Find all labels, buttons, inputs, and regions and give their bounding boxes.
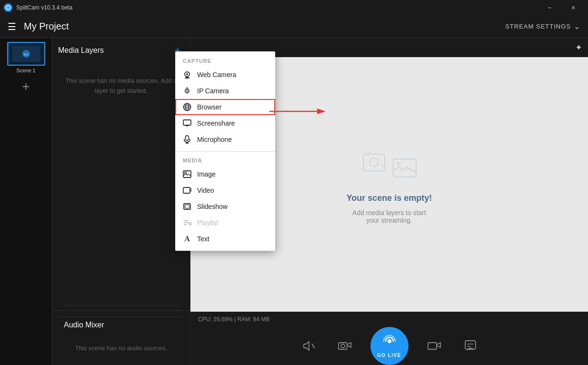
go-live-icon: [383, 335, 396, 351]
minimize-button[interactable]: −: [538, 0, 560, 15]
scene-label: Scene 1: [16, 68, 35, 73]
video-icon: [183, 186, 191, 195]
microphone-icon: [183, 135, 191, 144]
svg-rect-40: [183, 171, 191, 178]
camera-button[interactable]: [334, 335, 355, 356]
dropdown-playlist: Playlist: [175, 215, 275, 231]
svg-point-15: [341, 344, 345, 348]
dropdown-section-media: MEDIA Image Video: [175, 154, 275, 251]
media-layers-scroll: This scene has no media sources. Add a l…: [52, 57, 190, 305]
dropdown-slideshow[interactable]: Slideshow: [175, 198, 275, 215]
svg-rect-14: [339, 343, 347, 349]
close-button[interactable]: ×: [562, 0, 584, 15]
project-title: My Project: [24, 21, 505, 32]
svg-rect-37: [186, 136, 189, 140]
audio-mixer-title: Audio Mixer: [58, 316, 184, 333]
image-icon: [183, 170, 191, 178]
dropdown-video[interactable]: Video: [175, 182, 275, 198]
text-icon: A: [183, 235, 191, 243]
add-scene-button[interactable]: +: [17, 77, 36, 96]
svg-rect-34: [183, 120, 191, 125]
web-camera-label: Web Camera: [197, 71, 236, 79]
audio-mute-button[interactable]: [298, 335, 319, 356]
scene-thumbnail: SC: [7, 42, 45, 66]
dropdown-menu: CAPTURE Web Camera: [175, 51, 275, 251]
go-live-button[interactable]: GO LIVE: [370, 327, 409, 365]
dropdown-section-capture: CAPTURE Web Camera: [175, 51, 275, 149]
svg-rect-23: [186, 77, 189, 78]
text-label: Text: [197, 235, 209, 243]
hamburger-icon[interactable]: ☰: [8, 21, 16, 32]
empty-scene-title: Your scene is empty!: [347, 193, 432, 203]
go-live-label: GO LIVE: [377, 353, 401, 358]
svg-text:♪: ♪: [380, 160, 385, 172]
chat-button[interactable]: [460, 335, 481, 356]
dropdown-ip-camera[interactable]: IP Camera: [175, 83, 275, 99]
playlist-icon: [183, 218, 191, 227]
microphone-label: Microphone: [197, 136, 232, 143]
scenes-panel: SC Scene 1 +: [0, 38, 52, 365]
dropdown-image[interactable]: Image: [175, 166, 275, 182]
svg-point-26: [187, 90, 188, 92]
playlist-label: Playlist: [197, 219, 218, 227]
media-layers-top: Media Layers +: [52, 38, 190, 57]
scene-item[interactable]: SC Scene 1: [7, 42, 45, 73]
stream-settings-button[interactable]: STREAM SETTINGS ⌄: [505, 22, 580, 31]
bottom-controls: GO LIVE: [190, 327, 588, 365]
media-label: MEDIA: [175, 156, 275, 166]
dropdown-text[interactable]: A Text: [175, 231, 275, 247]
dropdown-screenshare[interactable]: Screenshare: [175, 115, 275, 131]
dropdown-divider: [175, 151, 275, 152]
ip-camera-icon: [183, 87, 191, 95]
screenshare-label: Screenshare: [197, 119, 235, 127]
media-layers-title: Media Layers: [58, 46, 104, 55]
red-arrow-annotation: [269, 106, 327, 117]
ip-camera-label: IP Camera: [197, 87, 229, 95]
topbar: ☰ My Project STREAM SETTINGS ⌄: [0, 15, 588, 38]
svg-rect-17: [428, 343, 437, 349]
audio-mixer-panel: Audio Mixer This scene has no audio sour…: [52, 310, 190, 365]
svg-rect-44: [185, 205, 189, 208]
video-camera-button[interactable]: [424, 335, 445, 356]
scene-thumb-image: SC: [8, 43, 44, 65]
svg-point-11: [397, 162, 400, 166]
empty-scene-icon: ♪: [361, 145, 418, 187]
video-label: Video: [197, 187, 214, 194]
webcam-icon: [183, 70, 191, 79]
svg-rect-42: [183, 187, 190, 193]
stream-settings-label: STREAM SETTINGS: [505, 23, 571, 30]
svg-marker-49: [317, 109, 326, 114]
audio-mixer-empty: This scene has no audio sources.: [58, 337, 184, 359]
browser-icon: [183, 103, 191, 111]
empty-scene-subtitle: Add media layers to start your streaming…: [352, 209, 426, 224]
svg-point-7: [369, 158, 378, 167]
brightness-icon[interactable]: ✦: [575, 42, 582, 53]
svg-rect-24: [185, 78, 189, 79]
statusbar: CPU: 29,69% | RAM: 84 MB: [190, 312, 588, 327]
media-layers-empty: This scene has no media sources. Add a l…: [52, 67, 190, 106]
svg-text:SC: SC: [23, 52, 29, 57]
screenshare-icon: [183, 119, 191, 128]
dropdown-web-camera[interactable]: Web Camera: [175, 67, 275, 83]
dropdown-microphone[interactable]: Microphone: [175, 131, 275, 148]
titlebar: SplitCam v10.3.4 beta − ×: [0, 0, 588, 15]
capture-label: CAPTURE: [175, 56, 275, 67]
browser-label: Browser: [197, 103, 221, 111]
main-layout: SC Scene 1 + Media Layers + This scene h…: [0, 38, 588, 365]
slideshow-icon: [183, 202, 191, 211]
app-title: SplitCam v10.3.4 beta: [16, 4, 72, 11]
svg-point-16: [388, 339, 391, 343]
app-icon: [4, 3, 12, 12]
titlebar-controls: − ×: [538, 0, 584, 15]
left-panel: SC Scene 1 + Media Layers + This scene h…: [0, 38, 190, 365]
image-label: Image: [197, 170, 216, 178]
svg-point-13: [313, 345, 314, 346]
dropdown-browser[interactable]: Browser: [175, 99, 275, 115]
media-layers-inner: Media Layers + This scene has no media s…: [52, 38, 190, 365]
divider: [64, 305, 179, 306]
stats-text: CPU: 29,69% | RAM: 84 MB: [198, 316, 270, 323]
svg-point-22: [186, 73, 188, 75]
slideshow-label: Slideshow: [197, 203, 228, 210]
chevron-down-icon: ⌄: [574, 22, 580, 31]
titlebar-left: SplitCam v10.3.4 beta: [4, 3, 72, 12]
